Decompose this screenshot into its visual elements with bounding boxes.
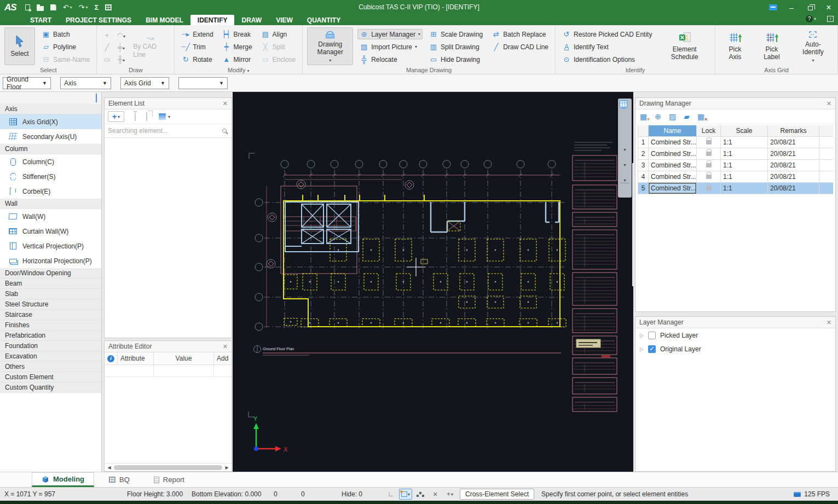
trim-button[interactable]: ┄╱Trim (179, 42, 215, 52)
split-button[interactable]: ╳Split (259, 42, 298, 52)
sidebar-section-beam[interactable]: Beam (0, 279, 101, 289)
arc-icon[interactable]: ◠▾ (117, 32, 125, 39)
close-button[interactable]: × (819, 1, 838, 15)
table-icon[interactable] (105, 4, 112, 10)
tab-identify[interactable]: IDENTIFY (190, 15, 235, 25)
chevron-down-icon[interactable]: ▼ (623, 148, 627, 151)
lock-icon[interactable] (706, 152, 712, 156)
lock-icon[interactable] (706, 140, 712, 144)
scroll-left-icon[interactable]: ◀ (106, 465, 113, 470)
attribute-row[interactable] (105, 365, 232, 377)
close-icon[interactable]: ✕ (223, 100, 228, 107)
shaded-view-icon[interactable] (619, 152, 631, 163)
auto-identify-button[interactable]: Auto-Identify▾ (793, 27, 833, 65)
batch-replace-button[interactable]: ⇄Batch Replace (489, 29, 551, 39)
delete-drawing-icon[interactable]: ▦× (697, 113, 704, 120)
split-drawing-button[interactable]: ▥Split Drawing (427, 42, 485, 52)
table-row[interactable]: 3Combined Str...1:120/08/21 (638, 160, 833, 171)
collapse-ribbon-icon[interactable]: ↑ (827, 16, 834, 22)
sidebar-item-stiffener[interactable]: Stiffener(S) (0, 169, 101, 184)
schedule-view-icon[interactable] (619, 184, 631, 196)
polyline-button[interactable]: ▱Polyline (39, 42, 92, 52)
sidebar-section-others[interactable]: Others (0, 362, 101, 372)
pick-axis-button[interactable]: Pick Axis (720, 27, 750, 65)
new-file-icon[interactable] (25, 4, 30, 10)
tab-bim-model[interactable]: BIM MODEL (138, 15, 190, 25)
close-icon[interactable]: ✕ (827, 100, 831, 107)
line-icon[interactable]: ╱ (102, 44, 111, 51)
align-button[interactable]: ▤Align (259, 29, 298, 39)
axis-draw-icon[interactable]: ╪▾ (117, 44, 125, 51)
table-row[interactable]: 2Combined Str...1:120/08/21 (638, 148, 833, 160)
sidebar-section-prefabrication[interactable]: Prefabrication (0, 331, 101, 341)
add-element-button[interactable]: +▾ (108, 111, 124, 122)
rect-select-icon[interactable]: ▾ (399, 489, 412, 500)
ortho-icon[interactable]: ∟ (384, 489, 397, 500)
minimize-button[interactable]: – (782, 1, 801, 15)
snap-settings-icon[interactable]: +▾ (443, 489, 456, 500)
chevron-down-icon[interactable]: ▼ (623, 164, 627, 166)
sidebar-item-axis-grid[interactable]: Axis Grid(X) (0, 114, 101, 129)
layers-icon[interactable]: ▾ (159, 114, 170, 119)
lock-icon[interactable] (706, 163, 712, 167)
rotate-button[interactable]: ↻Rotate (179, 54, 215, 65)
sidebar-section-custom-element[interactable]: Custom Element (0, 372, 101, 383)
close-icon[interactable]: ✕ (223, 343, 228, 350)
table-row[interactable]: 4Combined Str...1:120/08/21 (638, 171, 833, 183)
extend-button[interactable]: ┄▸Extend (179, 29, 215, 39)
break-button[interactable]: ┝┥Break (220, 29, 255, 39)
picked-layer-checkbox[interactable] (648, 332, 656, 339)
3d-view-icon[interactable] (619, 112, 631, 124)
tab-report[interactable]: Report (145, 472, 194, 487)
batch-button[interactable]: ▣Batch (39, 29, 92, 39)
sidebar-section-staircase[interactable]: Staircase (0, 310, 101, 320)
sidebar-item-curtain-wall[interactable]: Curtain Wall(W) (0, 224, 101, 239)
add-drawing-icon[interactable]: ▦+ (640, 113, 647, 120)
rect-icon[interactable]: ▭ (102, 56, 111, 63)
cross-element-select-button[interactable]: Cross-Element Select (460, 489, 534, 500)
sidebar-item-wall[interactable]: Wall(W) (0, 209, 101, 224)
tab-quantity[interactable]: QUANTITY (300, 15, 348, 25)
sidebar-section-slab[interactable]: Slab (0, 289, 101, 299)
layer-manager-button[interactable]: ⊛Layer Manager▾ (357, 29, 423, 39)
extra-select[interactable]: ▼ (178, 77, 228, 89)
draw-cad-line-button[interactable]: ╱Draw CAD Line (489, 42, 551, 52)
element-list-body[interactable] (105, 138, 232, 338)
same-name-button[interactable]: ⊟Same-Name (39, 54, 92, 65)
layer-row-picked[interactable]: ▷ Picked Layer (635, 328, 835, 342)
import-picture-button[interactable]: ▨Import Picture▾ (357, 42, 423, 52)
layers-view-icon[interactable] (619, 167, 631, 178)
merge-button[interactable]: ┿Merge (220, 42, 255, 52)
restore-button[interactable] (801, 1, 819, 15)
table-row-selected[interactable]: 5Combined Str...1:120/08/21 (638, 183, 833, 194)
cad-canvas[interactable]: Ground Floor PlanYX ▼ ▼ ▼ (233, 92, 633, 472)
sidebar-section-axis[interactable]: Axis (0, 104, 101, 114)
tab-view[interactable]: VIEW (269, 15, 300, 25)
mirror-button[interactable]: ▲Mirror (220, 54, 255, 65)
sidebar-item-corbel[interactable]: Corbel(E) (0, 184, 101, 199)
point-icon[interactable]: + (102, 32, 111, 39)
cancel-snap-icon[interactable]: × (429, 489, 442, 500)
floor-select[interactable]: Ground Floor▼ (3, 77, 51, 89)
drawing-manager-button[interactable]: Drawing Manager▾ (307, 27, 353, 65)
close-icon[interactable]: ✕ (827, 319, 831, 326)
select-button[interactable]: Select (4, 27, 35, 65)
sidebar-item-secondary-axis[interactable]: Secondary Axis(U) (0, 129, 101, 144)
restore-picked-cad-entity-button[interactable]: ↺Restore Picked CAD Entity (560, 29, 654, 39)
sidebar-item-column[interactable]: Column(C) (0, 154, 101, 169)
open-icon[interactable] (37, 4, 44, 11)
sidebar-section-door-window[interactable]: Door/Window Opening (0, 268, 101, 279)
import-picture-icon[interactable]: ▨ (669, 113, 676, 120)
wireframe-view-icon[interactable] (619, 136, 631, 148)
element-type-select[interactable]: Axis Grid▼ (120, 77, 169, 89)
undo-icon[interactable]: ↶▾ (63, 3, 72, 11)
tab-start[interactable]: START (23, 15, 59, 25)
panel-splitter[interactable] (632, 163, 633, 286)
lock-icon[interactable] (706, 186, 712, 190)
delete-element-icon[interactable] (131, 113, 136, 120)
copy-element-icon[interactable] (143, 113, 147, 120)
scroll-right-icon[interactable]: ▶ (223, 465, 230, 470)
tab-draw[interactable]: DRAW (234, 15, 269, 25)
enclose-button[interactable]: ▭Enclose (259, 54, 298, 65)
lock-icon[interactable] (706, 175, 712, 179)
